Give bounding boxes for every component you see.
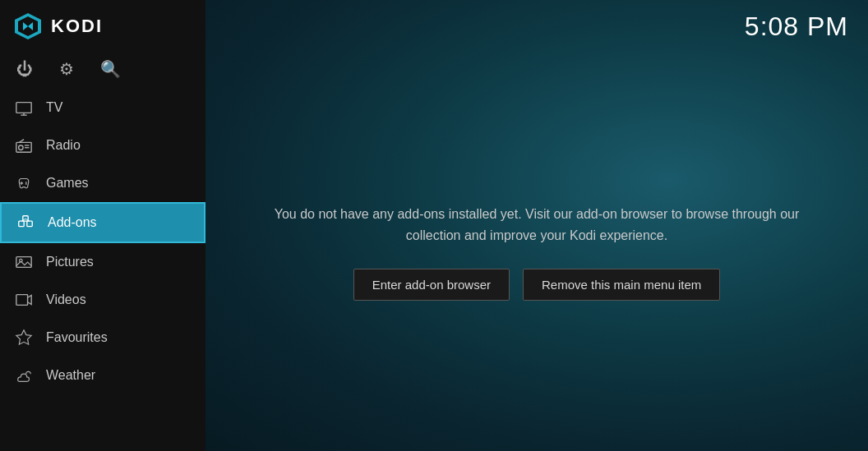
addons-message: You do not have any add-ons installed ye…	[255, 204, 819, 246]
svg-rect-17	[23, 216, 28, 221]
favourites-icon	[13, 327, 35, 348]
sidebar-item-radio[interactable]: Radio	[0, 127, 205, 164]
svg-point-8	[19, 145, 23, 150]
enter-addon-browser-button[interactable]: Enter add-on browser	[353, 269, 510, 301]
main-nav: TV Radio	[0, 89, 205, 451]
main-content: 5:08 PM You do not have any add-ons inst…	[205, 0, 868, 451]
sidebar-item-games[interactable]: Games	[0, 164, 205, 202]
top-bar: 5:08 PM	[205, 0, 868, 53]
videos-label: Videos	[46, 292, 86, 307]
sidebar-item-pictures[interactable]: Pictures	[0, 243, 205, 281]
sidebar-item-weather[interactable]: Weather	[0, 357, 205, 394]
tv-label: TV	[46, 100, 62, 115]
action-buttons: Enter add-on browser Remove this main me…	[353, 269, 721, 301]
addons-label: Add-ons	[48, 215, 97, 230]
games-icon	[13, 173, 35, 194]
sidebar-header: KODI	[0, 0, 205, 53]
svg-rect-20	[16, 257, 31, 268]
svg-rect-4	[16, 103, 31, 113]
sidebar: KODI ⏻ ⚙ 🔍 TV	[0, 0, 205, 451]
pictures-label: Pictures	[46, 255, 94, 269]
pictures-icon	[13, 251, 35, 273]
svg-marker-23	[16, 330, 31, 344]
power-icon[interactable]: ⏻	[16, 60, 33, 79]
svg-rect-22	[16, 295, 28, 306]
svg-rect-15	[19, 221, 24, 226]
videos-icon	[13, 289, 35, 311]
addons-icon	[15, 212, 36, 233]
svg-point-14	[25, 183, 27, 185]
sidebar-item-favourites[interactable]: Favourites	[0, 319, 205, 357]
games-label: Games	[46, 176, 89, 191]
tv-icon	[13, 97, 35, 118]
remove-menu-item-button[interactable]: Remove this main menu item	[523, 269, 720, 301]
sidebar-item-tv[interactable]: TV	[0, 89, 205, 127]
kodi-logo-icon	[13, 12, 43, 41]
settings-icon[interactable]: ⚙	[59, 59, 74, 79]
weather-icon	[13, 365, 35, 386]
sidebar-item-addons[interactable]: Add-ons	[0, 202, 205, 243]
sidebar-item-videos[interactable]: Videos	[0, 281, 205, 319]
clock: 5:08 PM	[745, 12, 848, 42]
app-title: KODI	[51, 16, 103, 37]
svg-point-13	[25, 182, 27, 183]
radio-label: Radio	[46, 138, 81, 153]
toolbar: ⏻ ⚙ 🔍	[0, 53, 205, 89]
weather-label: Weather	[46, 368, 95, 383]
favourites-label: Favourites	[46, 330, 108, 345]
search-icon[interactable]: 🔍	[100, 59, 121, 79]
radio-icon	[13, 135, 35, 156]
content-area: You do not have any add-ons installed ye…	[205, 53, 868, 451]
svg-rect-16	[27, 221, 32, 226]
